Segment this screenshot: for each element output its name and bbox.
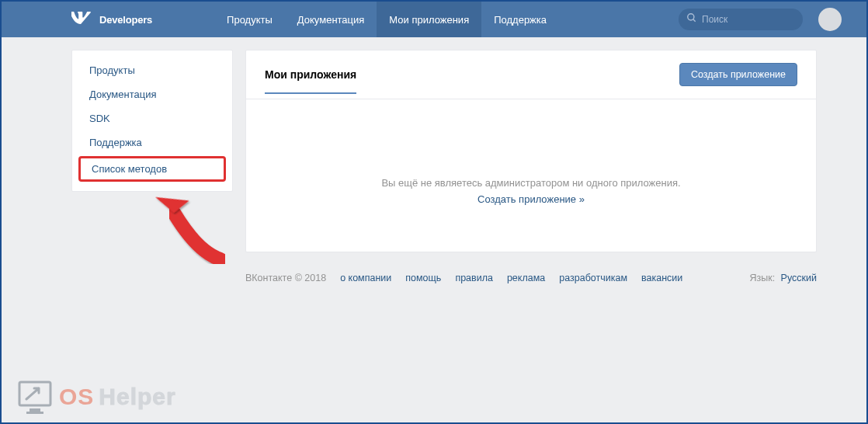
footer-link-about[interactable]: о компании [340,273,391,283]
monitor-icon [16,377,54,416]
search-box[interactable] [679,9,803,30]
nav-my-apps[interactable]: Мои приложения [377,2,481,37]
create-app-button[interactable]: Создать приложение [679,63,797,86]
top-nav: Продукты Документация Мои приложения Под… [214,2,559,37]
sidebar-item-support[interactable]: Поддержка [72,130,232,155]
nav-products[interactable]: Продукты [214,2,285,37]
search-input[interactable] [702,14,795,25]
nav-docs[interactable]: Документация [285,2,377,37]
avatar[interactable] [818,8,842,31]
footer-link-devs[interactable]: разработчикам [559,273,627,283]
logo-text: Developers [99,14,152,26]
footer-link-help[interactable]: помощь [405,273,441,283]
footer-copyright: ВКонтакте © 2018 [245,273,326,283]
watermark-helper: Helper [99,384,175,410]
svg-point-0 [688,14,694,20]
footer-lang-link[interactable]: Русский [781,273,817,283]
empty-state: Вы ещё не являетесь администратором ни о… [246,99,816,252]
footer: ВКонтакте © 2018 о компании помощь прави… [175,260,866,296]
svg-rect-5 [26,412,43,414]
svg-rect-3 [19,382,50,405]
sidebar-item-docs[interactable]: Документация [72,82,232,106]
nav-support[interactable]: Поддержка [481,2,559,37]
footer-link-jobs[interactable]: вакансии [641,273,682,283]
svg-line-1 [693,19,696,22]
sidebar-item-methods-list[interactable]: Список методов [78,156,226,182]
vk-logo-icon [71,12,92,27]
logo[interactable]: Developers [71,12,152,27]
tab-my-apps[interactable]: Мои приложения [265,68,356,94]
main-panel: Мои приложения Создать приложение Вы ещё… [245,50,817,252]
sidebar-item-sdk[interactable]: SDK [72,106,232,130]
footer-lang: Язык: Русский [749,273,817,283]
watermark: OS Helper [16,377,176,416]
footer-link-rules[interactable]: правила [455,273,493,283]
watermark-os: OS [59,384,94,410]
footer-link-ads[interactable]: реклама [507,273,545,283]
search-icon [686,12,697,26]
header-bar: Developers Продукты Документация Мои при… [2,2,866,37]
svg-rect-4 [30,408,40,412]
sidebar: Продукты Документация SDK Поддержка Спис… [71,50,233,192]
main-header: Мои приложения Создать приложение [246,50,816,99]
create-app-link[interactable]: Создать приложение » [477,193,585,205]
empty-text: Вы ещё не являетесь администратором ни о… [265,177,797,189]
sidebar-item-products[interactable]: Продукты [72,58,232,82]
